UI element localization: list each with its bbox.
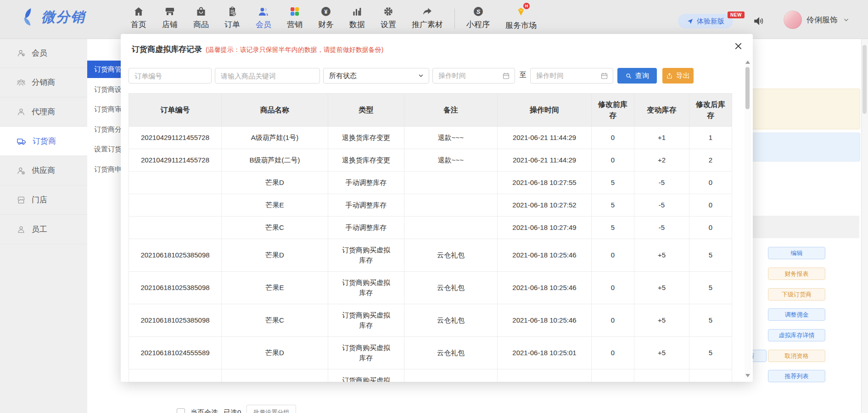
table-cell: 退款~~~	[404, 149, 498, 172]
table-cell: -5	[634, 217, 689, 239]
table-cell: 0	[689, 194, 732, 217]
nav-item-store[interactable]: 店铺	[154, 5, 185, 30]
table-row: 202104291121455728B级葫芦娃(二号)退换货库存变更退款~~~2…	[129, 149, 732, 172]
merchant-name[interactable]: 伶俐服饰	[806, 15, 838, 25]
to-label: 至	[516, 71, 529, 79]
miniprogram-icon: S	[473, 5, 484, 18]
nav-item-data[interactable]: 数据	[342, 5, 373, 30]
table-cell: 退款~~~	[404, 127, 498, 149]
sidebar-item-label: 门店	[32, 195, 47, 205]
sidebar-item-staff[interactable]: 员工	[0, 215, 87, 244]
table-cell: 202106181024555589	[129, 337, 222, 369]
nav-item-member[interactable]: 会员	[248, 5, 279, 30]
table-cell: 2	[689, 149, 732, 172]
date-start-input[interactable]: 操作时间	[432, 68, 515, 84]
batch-set-group-button[interactable]: 批量设置分组	[246, 405, 296, 413]
sidebar-item-label: 订货商	[33, 136, 56, 146]
table-cell: 5	[689, 369, 732, 382]
keyword-input[interactable]	[215, 68, 320, 84]
action-button-3[interactable]: 下级订货商	[768, 288, 825, 301]
nav-item-finance[interactable]: ¥财务	[310, 5, 342, 30]
app-logo[interactable]: 微分销	[18, 7, 85, 27]
table-row: 芒果D手动调整库存2021-06-18 10:27:555-50	[129, 172, 732, 194]
table-cell: +2	[634, 149, 689, 172]
nav-item-settings[interactable]: 设置	[373, 5, 404, 30]
table-row: 202106181025385098芒果E订货商购买虚拟库存云仓礼包2021-0…	[129, 272, 732, 304]
marketing-icon	[289, 5, 300, 18]
table-cell: 2021-06-21 11:44:29	[498, 127, 592, 149]
table-cell: 5	[689, 239, 732, 272]
speaker-icon[interactable]	[753, 15, 765, 27]
nav-item-promo[interactable]: 推广素材	[404, 5, 451, 30]
nav-item-home[interactable]: 首页	[123, 5, 154, 30]
modal-title: 订货商虚拟库存记录	[132, 44, 202, 55]
nav-item-label: 店铺	[162, 19, 178, 30]
rocket-icon	[687, 18, 694, 25]
table-cell: +5	[634, 304, 689, 337]
search-button[interactable]: 查询	[617, 68, 657, 84]
top-nav: 微分销 首页店铺商品订单会员营销¥财务数据设置推广素材S小程序H服务市场 体验新…	[0, 0, 868, 39]
user-avatar[interactable]	[784, 11, 802, 29]
scroll-down-icon[interactable]	[745, 374, 750, 377]
modal-scrollbar-thumb[interactable]	[745, 67, 750, 109]
sidebar-item-member[interactable]: 会员	[0, 39, 87, 68]
table-header-cell: 订单编号	[129, 94, 222, 127]
scroll-up-icon[interactable]	[745, 61, 750, 64]
table-header-cell: 修改前库存	[592, 94, 634, 127]
chevron-down-icon[interactable]	[843, 17, 850, 23]
action-button-7[interactable]: 推荐列表	[768, 370, 825, 382]
order-no-input[interactable]	[129, 68, 212, 84]
nav-item-market[interactable]: H服务市场	[498, 5, 544, 31]
table-cell: 5	[592, 194, 634, 217]
sidebar-item-supplier[interactable]: 供应商	[0, 156, 87, 185]
select-all-checkbox[interactable]	[177, 408, 185, 413]
table-row: 202106181024555589芒果D订货商购买虚拟库存云仓礼包2021-0…	[129, 337, 732, 369]
status-select[interactable]: 所有状态	[323, 68, 429, 84]
status-select-value: 所有状态	[329, 72, 357, 80]
new-badge: NEW	[728, 11, 745, 18]
export-button-label: 导出	[676, 72, 690, 80]
table-cell: 0	[592, 337, 634, 369]
svg-text:¥: ¥	[325, 9, 328, 15]
table-cell: 0	[689, 172, 732, 194]
sidebar-item-orderer[interactable]: 订货商	[0, 127, 87, 156]
table-cell: 云仓礼包	[404, 369, 498, 382]
table-row: 202104291121455728A级葫芦娃(1号)退换货库存变更退款~~~2…	[129, 127, 732, 149]
table-cell: 2021-06-18 10:27:52	[498, 194, 592, 217]
page-scrollbar-thumb[interactable]	[862, 45, 867, 114]
nav-item-miniprogram[interactable]: S小程序	[459, 5, 498, 30]
select-all-label: 当页全选	[190, 408, 218, 413]
table-cell: 0	[592, 369, 634, 382]
table-cell: 云仓礼包	[404, 337, 498, 369]
sidebar-item-agent[interactable]: 代理商	[0, 97, 87, 127]
nav-item-marketing[interactable]: 营销	[279, 5, 310, 30]
settings-icon	[383, 5, 394, 18]
table-row: 202106181025385098芒果D订货商购买虚拟库存云仓礼包2021-0…	[129, 239, 732, 272]
table-cell: 0	[592, 272, 634, 304]
sidebar-item-label: 员工	[32, 224, 47, 234]
table-cell: +5	[634, 369, 689, 382]
action-button-4[interactable]: 调整佣金	[768, 308, 825, 321]
sidebar-item-distributor[interactable]: 分销商	[0, 68, 87, 97]
nav-item-label: 财务	[318, 19, 334, 30]
table-cell: 2021-06-18 10:27:55	[498, 172, 592, 194]
nav-item-order[interactable]: 订单	[217, 5, 248, 30]
try-new-version-button[interactable]: 体验新版	[678, 14, 733, 28]
table-cell	[129, 172, 222, 194]
close-icon[interactable]	[733, 40, 744, 51]
table-cell: 5	[689, 304, 732, 337]
table-cell: 2021-06-18 10:25:46	[498, 304, 592, 337]
action-button-6[interactable]: 取消资格	[768, 350, 825, 362]
export-button[interactable]: 导出	[662, 68, 694, 84]
action-button-1[interactable]: 编辑	[768, 247, 825, 259]
date-end-input[interactable]: 操作时间	[530, 68, 613, 84]
action-button-5[interactable]: 虚拟库存详情	[768, 329, 825, 341]
member-icon	[258, 5, 269, 18]
page-scrollbar[interactable]	[861, 39, 868, 413]
action-button-2[interactable]: 财务报表	[768, 268, 825, 280]
logo-text: 微分销	[41, 8, 85, 27]
table-cell: 芒果E	[222, 369, 328, 382]
sidebar-item-shop[interactable]: 门店	[0, 185, 87, 215]
nav-item-goods[interactable]: 商品	[185, 5, 217, 30]
modal-scrollbar[interactable]	[745, 60, 751, 378]
